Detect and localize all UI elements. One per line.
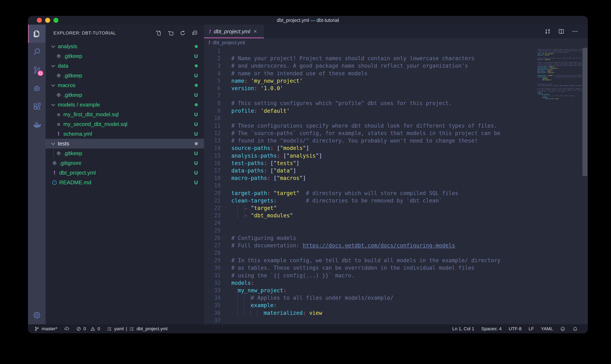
editor-scrollbar[interactable] (582, 47, 588, 324)
code-line[interactable]: 11# These configurations specify where d… (204, 122, 588, 130)
line-number: 26 (204, 234, 221, 242)
tree-file-my-first-dbt-model-sql[interactable]: ≡my_first_dbt_model.sqlU (46, 110, 204, 119)
code-line[interactable]: 6version: '1.0.0' (204, 85, 588, 92)
split-editor-icon[interactable] (558, 28, 565, 35)
code-line-text: data-paths: ["data"] (221, 167, 296, 174)
code-line[interactable]: 3# and underscores. A good package name … (204, 62, 588, 69)
notifications-bell-icon[interactable] (572, 326, 578, 332)
tree-folder-analysis[interactable]: analysis (46, 41, 204, 51)
linter-indicator[interactable]: yaml | dbt_project.yml (107, 326, 167, 332)
tree-folder-tests[interactable]: tests (46, 139, 204, 148)
run-and-debug-icon[interactable] (28, 79, 46, 97)
open-changes-icon[interactable] (544, 28, 551, 35)
code-line[interactable]: 2# Name your project! Project names shou… (204, 55, 588, 62)
new-file-icon[interactable] (155, 30, 162, 36)
problems-indicator[interactable]: 0 0 (76, 326, 100, 332)
docker-icon[interactable] (28, 116, 46, 134)
tree-file--gitkeep[interactable]: .gitkeepU (46, 71, 204, 80)
explorer-icon[interactable] (28, 25, 46, 43)
code-line[interactable]: 29# In this example config, we tell dbt … (204, 257, 588, 264)
code-line-text: example: (221, 301, 277, 309)
git-branch-indicator[interactable]: master* (34, 326, 57, 332)
breadcrumb[interactable]: ! dbt_project.yml (204, 38, 588, 47)
tree-folder-models-example[interactable]: models / example (46, 100, 204, 110)
tree-file--gitignore[interactable]: .gitignoreU (46, 158, 204, 168)
code-line[interactable]: 8# This setting configures which "profil… (204, 100, 588, 107)
code-line[interactable]: 36 materialized: view (204, 309, 588, 317)
eol-setting[interactable]: LF (528, 326, 534, 332)
tree-folder-macros[interactable]: macros (46, 80, 204, 90)
code-line[interactable]: 18macro-paths: ["macros"] (204, 174, 588, 182)
code-line[interactable]: 21clean-targets: # directories to be rem… (204, 197, 588, 204)
line-number: 15 (204, 152, 221, 159)
code-line[interactable]: 25 (204, 227, 588, 234)
git-file-icon (56, 93, 61, 97)
code-line[interactable]: 30# as tables. These settings can be ove… (204, 264, 588, 272)
code-line[interactable]: 28 (204, 249, 588, 257)
more-actions-icon[interactable] (572, 28, 578, 35)
code-line[interactable]: 34 # Applies to all files under models/e… (204, 294, 588, 301)
git-file-icon (52, 161, 57, 165)
code-line[interactable]: 5name: 'my_new_project' (204, 77, 588, 85)
line-number: 25 (204, 227, 221, 234)
chevron-down-icon (51, 102, 55, 106)
sync-changes-button[interactable] (64, 326, 69, 332)
cursor-position[interactable]: Ln 1, Col 1 (452, 326, 474, 332)
code-line[interactable]: 15analysis-paths: ["analysis"] (204, 152, 588, 159)
code-line[interactable]: 37 (204, 317, 588, 324)
feedback-smiley-icon[interactable] (560, 326, 565, 332)
search-icon[interactable] (28, 43, 46, 61)
code-line[interactable]: 23 - "dbt_modules" (204, 212, 588, 219)
indentation-setting[interactable]: Spaces: 4 (481, 326, 502, 332)
tree-file-dbt-project-yml[interactable]: !dbt_project.ymlU (46, 168, 204, 178)
tree-file-readme-md[interactable]: iREADME.mdU (46, 178, 204, 187)
code-line[interactable]: 13# found in the "models/" directory. Yo… (204, 137, 588, 144)
line-number: 34 (204, 294, 221, 301)
code-line[interactable]: 4# name or the intended use of these mod… (204, 70, 588, 77)
code-line[interactable]: 24 (204, 219, 588, 227)
tree-item-label: .gitkeep (63, 92, 82, 98)
tree-folder-data[interactable]: data (46, 61, 204, 71)
new-folder-icon[interactable] (167, 30, 174, 36)
git-untracked-badge: U (194, 112, 198, 117)
tree-file-schema-yml[interactable]: !schema.ymlU (46, 129, 204, 139)
code-line[interactable]: 12# The `source-paths` config, for examp… (204, 130, 588, 137)
linter-filename: dbt_project.yml (137, 326, 167, 332)
code-line[interactable]: 17data-paths: ["data"] (204, 167, 588, 174)
code-line[interactable]: 7 (204, 92, 588, 100)
tree-file-my-second-dbt-model-sql[interactable]: ≡my_second_dbt_model.sqlU (46, 119, 204, 129)
code-line[interactable]: 10 (204, 115, 588, 122)
tree-item-label: analysis (58, 43, 77, 50)
code-line[interactable]: 16test-paths: ["tests"] (204, 159, 588, 167)
settings-gear-icon[interactable] (28, 306, 46, 324)
scrollbar-thumb[interactable] (583, 48, 587, 176)
extensions-icon[interactable] (28, 97, 46, 116)
code-line[interactable]: 35 example: (204, 301, 588, 309)
code-line[interactable]: 26# Configuring models (204, 234, 588, 242)
code-line[interactable]: 33 my_new_project: (204, 287, 588, 294)
encoding-setting[interactable]: UTF-8 (509, 326, 522, 332)
source-control-icon[interactable]: 11 (28, 61, 46, 79)
line-number: 17 (204, 167, 221, 174)
code-line[interactable]: 32models: (204, 279, 588, 287)
tab-dbt-project-yml[interactable]: ! dbt_project.yml × (204, 25, 264, 38)
code-line[interactable]: 27# Full documentation: https://docs.get… (204, 242, 588, 249)
tree-item-label: .gitkeep (63, 53, 82, 59)
code-line[interactable]: 1 (204, 47, 588, 55)
editor[interactable]: 12# Name your project! Project names sho… (204, 47, 588, 324)
tree-file--gitkeep[interactable]: .gitkeepU (46, 51, 204, 61)
code-line-text: # Name your project! Project names shoul… (221, 55, 474, 62)
code-line[interactable]: 20target-path: "target" # directory whic… (204, 189, 588, 197)
collapse-folders-icon[interactable] (192, 30, 198, 36)
tab-close-icon[interactable]: × (253, 28, 257, 34)
tree-file--gitkeep[interactable]: .gitkeepU (46, 90, 204, 100)
tree-file--gitkeep[interactable]: .gitkeepU (46, 148, 204, 158)
code-line[interactable]: 31# using the `{{ config(...) }}` macro. (204, 272, 588, 279)
code-line[interactable]: 9profile: 'default' (204, 107, 588, 115)
refresh-icon[interactable] (180, 30, 186, 36)
code-area[interactable]: 12# Name your project! Project names sho… (204, 47, 588, 324)
code-line[interactable]: 14source-paths: ["models"] (204, 144, 588, 152)
language-mode[interactable]: YAML (541, 326, 553, 332)
code-line[interactable]: 22 - "target" (204, 204, 588, 212)
code-line[interactable]: 19 (204, 182, 588, 189)
